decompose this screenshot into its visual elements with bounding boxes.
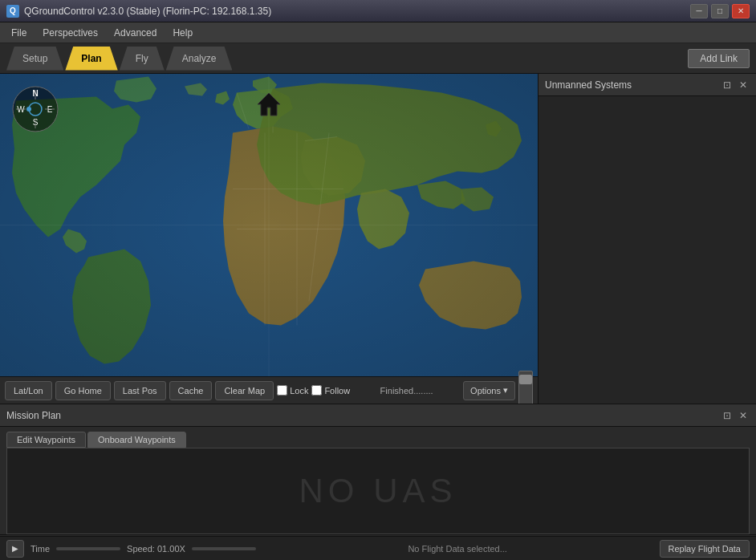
svg-text:W: W bbox=[17, 105, 25, 114]
mission-plan-title: Mission Plan bbox=[6, 410, 61, 421]
mission-plan-close-button[interactable]: ✕ bbox=[737, 410, 750, 421]
right-panel-header: Unmanned Systems ⊡ ✕ bbox=[539, 74, 756, 96]
svg-marker-21 bbox=[258, 93, 280, 116]
lock-checkbox-label[interactable]: Lock bbox=[277, 385, 308, 396]
svg-text:E: E bbox=[47, 105, 53, 114]
menu-advanced[interactable]: Advanced bbox=[106, 25, 165, 41]
menu-help[interactable]: Help bbox=[165, 25, 201, 41]
add-link-button[interactable]: Add Link bbox=[688, 49, 750, 68]
tab-bar: Setup Plan Fly Analyze Add Link bbox=[0, 43, 756, 74]
tab-analyze[interactable]: Analyze bbox=[166, 47, 233, 71]
svg-point-16 bbox=[26, 107, 31, 112]
bottom-content-area: NO UAS bbox=[6, 448, 750, 534]
tab-onboard-waypoints[interactable]: Onboard Waypoints bbox=[87, 432, 186, 448]
options-button[interactable]: Options ▾ bbox=[463, 381, 515, 400]
no-uas-label: NO UAS bbox=[299, 472, 457, 510]
minimize-button[interactable]: ─ bbox=[690, 4, 708, 18]
home-marker bbox=[256, 91, 282, 123]
last-pos-button[interactable]: Last Pos bbox=[114, 381, 166, 400]
time-slider[interactable] bbox=[56, 547, 120, 550]
follow-label: Follow bbox=[324, 386, 350, 396]
bottom-panel-tabs: Edit Waypoints Onboard Waypoints bbox=[0, 427, 756, 448]
menu-bar: File Perspectives Advanced Help bbox=[0, 22, 756, 43]
menu-file[interactable]: File bbox=[3, 25, 35, 41]
window-title: QGroundControl v2.3.0 (Stable) (Florin-P… bbox=[24, 6, 690, 17]
maximize-button[interactable]: □ bbox=[711, 4, 729, 18]
mission-plan-controls: ⊡ ✕ bbox=[721, 410, 750, 421]
lat-lon-button[interactable]: Lat/Lon bbox=[5, 381, 52, 400]
go-home-button[interactable]: Go Home bbox=[55, 381, 111, 400]
tab-edit-waypoints[interactable]: Edit Waypoints bbox=[6, 432, 86, 448]
play-button[interactable]: ▶ bbox=[6, 540, 24, 558]
app-icon: Q bbox=[6, 5, 19, 18]
mission-plan-pin-button[interactable]: ⊡ bbox=[721, 410, 734, 421]
follow-checkbox[interactable] bbox=[311, 385, 322, 396]
window-controls: ─ □ ✕ bbox=[690, 4, 750, 18]
options-chevron-icon: ▾ bbox=[503, 385, 508, 396]
time-label: Time bbox=[30, 544, 50, 554]
replay-flight-data-button[interactable]: Replay Flight Data bbox=[660, 540, 750, 558]
right-panel-title: Unmanned Systems bbox=[545, 79, 632, 91]
content-wrapper: N S W E bbox=[0, 74, 756, 560]
right-panel-pin-button[interactable]: ⊡ bbox=[721, 79, 734, 91]
playback-bar: ▶ Time Speed: 01.00X No Flight Data sele… bbox=[0, 536, 756, 560]
lock-label: Lock bbox=[290, 386, 308, 396]
compass-rose: N S W E bbox=[11, 85, 59, 133]
speed-label: Speed: 01.00X bbox=[127, 544, 185, 554]
right-panel-content bbox=[539, 96, 756, 404]
bottom-section: Mission Plan ⊡ ✕ Edit Waypoints Onboard … bbox=[0, 404, 756, 560]
map-area: N S W E bbox=[0, 74, 538, 404]
follow-checkbox-label[interactable]: Follow bbox=[311, 385, 350, 396]
tab-fly[interactable]: Fly bbox=[120, 47, 165, 71]
mission-plan-header: Mission Plan ⊡ ✕ bbox=[0, 404, 756, 427]
menu-perspectives[interactable]: Perspectives bbox=[35, 25, 106, 41]
options-label: Options bbox=[470, 386, 501, 396]
lock-checkbox[interactable] bbox=[277, 385, 287, 396]
no-flight-text: No Flight Data selected... bbox=[262, 544, 653, 554]
title-bar: Q QGroundControl v2.3.0 (Stable) (Florin… bbox=[0, 0, 756, 22]
map-container[interactable]: N S W E bbox=[0, 74, 538, 376]
speed-slider[interactable] bbox=[192, 547, 256, 550]
cache-button[interactable]: Cache bbox=[169, 381, 213, 400]
right-panel: Unmanned Systems ⊡ ✕ bbox=[538, 74, 756, 404]
tab-setup[interactable]: Setup bbox=[6, 47, 63, 71]
clear-map-button[interactable]: Clear Map bbox=[215, 381, 274, 400]
map-and-right-panel: N S W E bbox=[0, 74, 756, 404]
right-panel-close-button[interactable]: ✕ bbox=[737, 79, 750, 91]
close-button[interactable]: ✕ bbox=[732, 4, 750, 18]
right-panel-controls: ⊡ ✕ bbox=[721, 79, 750, 91]
map-toolbar: Lat/Lon Go Home Last Pos Cache Clear Map… bbox=[0, 376, 538, 404]
tab-plan[interactable]: Plan bbox=[65, 47, 117, 71]
map-status-text: Finished........ bbox=[353, 386, 460, 396]
